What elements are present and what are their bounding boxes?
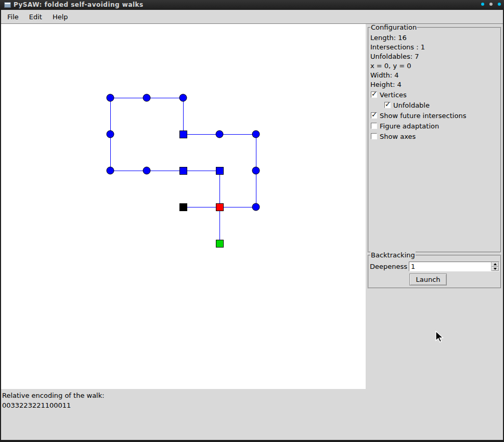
- window-dot-left-icon[interactable]: [481, 3, 484, 6]
- titlebar: PySAW: folded self-avoiding walks: [0, 0, 504, 10]
- window-dot-middle-icon[interactable]: [489, 3, 493, 6]
- config-stat-3: x = 0, y = 0: [370, 61, 499, 71]
- menu-item-help[interactable]: Help: [47, 11, 73, 23]
- checkbox-vertices[interactable]: ✓: [371, 92, 377, 98]
- menubar: FileEditHelp: [1, 10, 503, 24]
- launch-button[interactable]: Launch: [409, 274, 447, 285]
- backtracking-panel-title: Backtracking: [370, 251, 416, 259]
- window-dot-right-icon[interactable]: [498, 3, 501, 6]
- menu-item-edit[interactable]: Edit: [24, 11, 47, 23]
- checkbox-label: Unfoldable: [393, 101, 430, 109]
- config-stat-1: Intersections : 1: [370, 43, 499, 52]
- checkbox-label: Show future intersections: [380, 112, 466, 120]
- window-controls: [481, 3, 501, 6]
- deepeness-value[interactable]: 1: [409, 262, 491, 271]
- config-stat-2: Unfoldables: 7: [370, 52, 499, 61]
- walk-canvas[interactable]: [1, 24, 366, 389]
- window-border-bottom: [0, 440, 504, 442]
- status-area: Relative encoding of the walk: 003322322…: [2, 391, 105, 410]
- checkbox-row-unfoldable: ✓Unfoldable: [384, 100, 499, 110]
- window-title: PySAW: folded self-avoiding walks: [14, 1, 144, 8]
- status-line-1: Relative encoding of the walk:: [2, 391, 105, 400]
- configuration-body: Length: 16Intersections : 1Unfoldables: …: [369, 28, 500, 141]
- window-icon: [4, 2, 11, 8]
- configuration-panel: Configuration Length: 16Intersections : …: [368, 27, 501, 253]
- checkmark-icon: ✓: [371, 90, 377, 98]
- checkbox-label: Show axes: [380, 133, 416, 140]
- chevron-down-icon: [494, 268, 497, 270]
- checkmark-icon: ✓: [385, 101, 391, 108]
- mouse-cursor: [435, 331, 446, 344]
- config-stat-0: Length: 16: [370, 33, 499, 43]
- spin-down-button[interactable]: [492, 267, 499, 271]
- deepeness-label: Deepeness: [370, 263, 407, 270]
- checkbox-row-figure-adaptation: Figure adaptation: [370, 121, 499, 131]
- checkbox-unfoldable[interactable]: ✓: [384, 102, 391, 108]
- checkbox-show-future-intersections[interactable]: ✓: [371, 112, 377, 119]
- spin-up-button[interactable]: [492, 262, 499, 267]
- checkbox-label: Vertices: [380, 91, 407, 99]
- menu-item-file[interactable]: File: [2, 11, 24, 23]
- deepeness-spinbox[interactable]: 1: [409, 262, 499, 271]
- configuration-panel-title: Configuration: [370, 23, 417, 31]
- config-stat-5: Height: 4: [370, 80, 499, 89]
- checkbox-row-show-future-intersections: ✓Show future intersections: [370, 110, 499, 121]
- app-window: PySAW: folded self-avoiding walks FileEd…: [0, 0, 504, 442]
- checkbox-figure-adaptation[interactable]: [371, 123, 377, 129]
- checkbox-show-axes[interactable]: [371, 133, 377, 139]
- status-line-2: 0033223221100011: [2, 400, 105, 410]
- window-border-left: [0, 10, 1, 442]
- checkmark-icon: ✓: [371, 111, 377, 119]
- checkbox-label: Figure adaptation: [380, 122, 439, 130]
- checkbox-row-vertices: ✓Vertices: [370, 89, 499, 100]
- chevron-up-icon: [494, 263, 497, 265]
- backtracking-panel: Backtracking Deepeness 1 Launch: [368, 255, 501, 289]
- checkbox-row-show-axes: Show axes: [370, 131, 499, 141]
- config-stat-4: Width: 4: [370, 71, 499, 80]
